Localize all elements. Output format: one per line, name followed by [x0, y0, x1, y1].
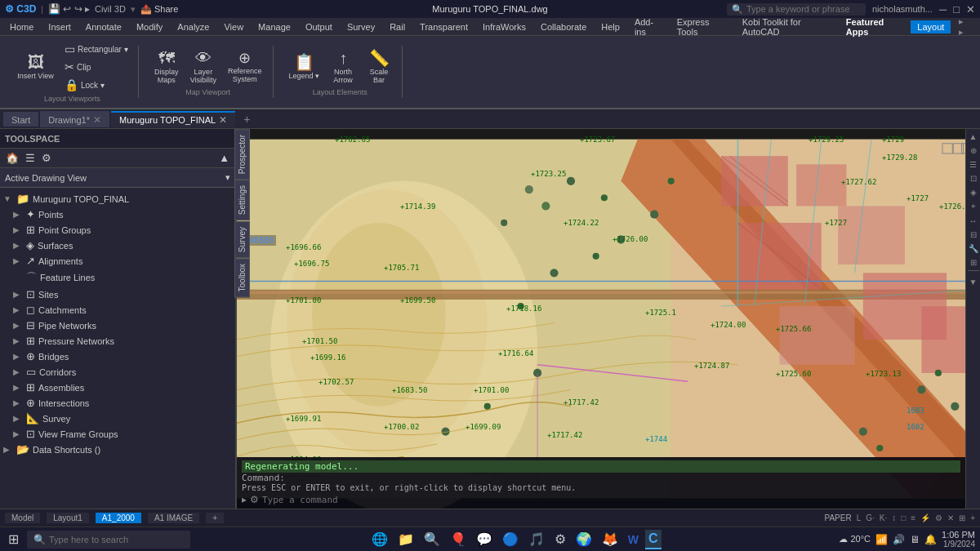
north-arrow-btn[interactable]: ↑ NorthArrow	[327, 47, 359, 87]
tree-item-data-shortcuts[interactable]: ▶ 📂 Data Shortcuts ()	[0, 442, 235, 457]
close-btn[interactable]: ✕	[966, 3, 975, 16]
menu-rail[interactable]: Rail	[383, 20, 412, 33]
rt-icon-9[interactable]: 🔧	[967, 242, 980, 255]
taskbar-app-gear[interactable]: ⚙	[551, 530, 569, 549]
menu-collaborate[interactable]: Collaborate	[534, 20, 593, 33]
menu-analyze[interactable]: Analyze	[171, 20, 216, 33]
rt-icon-3[interactable]: ☰	[968, 158, 978, 171]
menu-home[interactable]: Home	[3, 20, 40, 33]
legend-btn[interactable]: 📋 Legend ▾	[285, 51, 324, 82]
menu-survey[interactable]: Survey	[341, 20, 381, 33]
menu-output[interactable]: Output	[299, 20, 339, 33]
taskbar-app-chat[interactable]: 💬	[473, 530, 496, 549]
menu-insert[interactable]: Insert	[42, 20, 78, 33]
tab-start[interactable]: Start	[3, 112, 38, 127]
taskbar-app-globe[interactable]: 🌐	[368, 530, 391, 549]
menu-layout[interactable]: Layout	[911, 20, 951, 33]
tree-item-corridors[interactable]: ▶ ▭ Corridors	[0, 364, 235, 380]
taskbar-app-blue[interactable]: 🔵	[499, 530, 522, 549]
tree-item-pressure-networks[interactable]: ▶ ⊞ Pressure Networks	[0, 333, 235, 349]
menu-help[interactable]: Help	[595, 20, 626, 33]
tree-item-sites[interactable]: ▶ ⊡ Sites	[0, 287, 235, 302]
start-icon[interactable]: ⊞	[5, 530, 22, 549]
tree-item-feature-lines[interactable]: ⌒ Feature Lines	[0, 269, 235, 287]
tree-item-catchments[interactable]: ▶ ◻ Catchments	[0, 302, 235, 318]
layer-visibility-btn[interactable]: 👁 LayerVisibility	[186, 47, 220, 87]
command-input[interactable]	[262, 495, 960, 505]
tree-root-item[interactable]: ▼ 📁 Muruguru TOPO_FINAL	[0, 191, 235, 207]
canvas-area[interactable]: +1762.65 +1723.67 +1729.25 +1729 +1729.2…	[237, 129, 980, 509]
menu-view[interactable]: View	[217, 20, 250, 33]
tab-add-layout[interactable]: +	[206, 513, 224, 523]
rectangular-btn[interactable]: ▭ Rectangular ▾	[61, 41, 131, 57]
taskbar-app-world[interactable]: 🌍	[572, 530, 595, 549]
tab-layout1[interactable]: Layout1	[47, 513, 89, 523]
rt-icon-10[interactable]: ⊞	[969, 256, 978, 269]
taskbar-search[interactable]	[49, 535, 180, 544]
tab-a1-image[interactable]: A1 IMAGE	[148, 513, 199, 523]
toolspace-scroll-up[interactable]: ▲	[216, 151, 232, 165]
maximize-btn[interactable]: □	[953, 3, 960, 16]
menu-kobi[interactable]: Kobi Toolkit for AutoCAD	[736, 16, 838, 38]
menu-infraworks[interactable]: InfraWorks	[476, 20, 532, 33]
scale-bar-btn[interactable]: 📏 ScaleBar	[363, 47, 395, 87]
survey-tab[interactable]: Survey	[234, 221, 250, 258]
rt-icon-7[interactable]: ↔	[968, 215, 979, 227]
menu-modify[interactable]: Modify	[130, 20, 169, 33]
prospector-tab[interactable]: Prospector	[234, 129, 250, 180]
tree-item-alignments[interactable]: ▶ ↗ Alignments	[0, 253, 235, 269]
settings-tab[interactable]: Settings	[234, 180, 250, 220]
taskbar-app-search[interactable]: 🔍	[421, 530, 443, 549]
menu-manage[interactable]: Manage	[252, 20, 297, 33]
tree-item-intersections[interactable]: ▶ ⊕ Intersections	[0, 395, 235, 411]
rt-icon-6[interactable]: ⌖	[969, 200, 978, 213]
tree-item-pipe-networks[interactable]: ▶ ⊟ Pipe Networks	[0, 318, 235, 333]
status-x[interactable]: ✕	[947, 513, 954, 522]
status-plus[interactable]: +	[970, 513, 975, 522]
menu-transparent[interactable]: Transparent	[413, 20, 474, 33]
tab-model[interactable]: Model	[5, 513, 40, 523]
close-drawing1[interactable]: ✕	[93, 114, 101, 126]
taskbar-app-folder[interactable]: 📁	[394, 530, 417, 549]
clip-btn[interactable]: ✂ Clip	[61, 59, 131, 75]
status-g[interactable]: G·	[866, 513, 875, 522]
rt-icon-4[interactable]: ⊡	[969, 172, 978, 184]
menu-featured-apps[interactable]: Featured Apps	[840, 16, 910, 38]
status-gear[interactable]: ⚙	[935, 513, 942, 522]
tree-item-view-frame-groups[interactable]: ▶ ⊡ View Frame Groups	[0, 426, 235, 442]
status-k[interactable]: K·	[880, 513, 887, 522]
active-view-dropdown[interactable]: Active Drawing View ▾	[0, 168, 235, 188]
taskbar-app-word[interactable]: W	[625, 531, 642, 548]
reference-system-btn[interactable]: ⊕ ReferenceSystem	[224, 48, 266, 86]
menu-expand[interactable]: ▸ ▸	[952, 15, 977, 39]
taskbar-app-civil3d[interactable]: C	[645, 530, 662, 549]
tab-drawing1[interactable]: Drawing1* ✕	[40, 111, 109, 127]
rt-icon-11[interactable]: ▼	[968, 276, 979, 288]
tree-item-assemblies[interactable]: ▶ ⊞ Assemblies	[0, 380, 235, 395]
tab-muruguru[interactable]: Muruguru TOPO_FINAL ✕	[111, 111, 235, 127]
lock-btn[interactable]: 🔒 Lock ▾	[61, 77, 131, 93]
tree-item-bridges[interactable]: ▶ ⊕ Bridges	[0, 349, 235, 364]
menu-annotate[interactable]: Annotate	[79, 20, 128, 33]
toolspace-list-icon[interactable]: ☰	[23, 151, 38, 165]
tree-item-point-groups[interactable]: ▶ ⊞ Point Groups	[0, 222, 235, 238]
toolspace-settings-icon[interactable]: ⚙	[39, 151, 54, 165]
rt-icon-2[interactable]: ⊕	[969, 144, 978, 157]
toolspace-home-icon[interactable]: 🏠	[3, 151, 21, 165]
menu-addins[interactable]: Add-ins	[628, 16, 669, 38]
tree-item-points[interactable]: ▶ ✦ Points	[0, 207, 235, 222]
tree-item-survey[interactable]: ▶ 📐 Survey	[0, 411, 235, 426]
notification-icon[interactable]: 🔔	[924, 534, 937, 545]
display-maps-btn[interactable]: 🗺 DisplayMaps	[150, 47, 183, 87]
share-btn[interactable]: 📤 Share	[140, 4, 178, 15]
taskbar-app-firefox[interactable]: 🦊	[599, 530, 621, 549]
insert-view-btn[interactable]: 🖼 Insert View	[13, 51, 58, 82]
toolbox-tab[interactable]: Toolbox	[234, 258, 250, 297]
rt-icon-1[interactable]: ▲	[968, 131, 979, 143]
menu-express[interactable]: Express Tools	[670, 16, 734, 38]
taskbar-app-balloon[interactable]: 🎈	[447, 530, 470, 549]
rt-icon-8[interactable]: ⊟	[969, 229, 978, 241]
ribbon-search[interactable]	[746, 4, 861, 14]
taskbar-app-music[interactable]: 🎵	[525, 530, 548, 549]
minimize-btn[interactable]: ─	[939, 3, 947, 16]
